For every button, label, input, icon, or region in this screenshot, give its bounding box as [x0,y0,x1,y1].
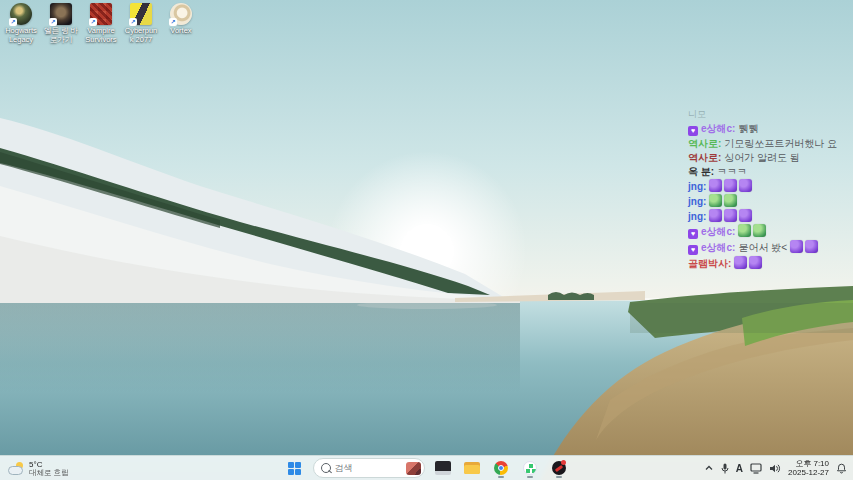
chat-message: jng: [688,209,850,223]
dark-app-icon [435,461,451,475]
chat-text: 기모링쏘프트커버했나 요 [724,138,837,149]
running-indicator [498,476,504,479]
taskbar-center: 검색 [284,456,570,480]
desktop-icon-label: Cyberpunk 2077 [123,27,159,44]
twitch-emote-icon [734,256,747,269]
microphone-icon[interactable] [721,463,729,474]
twitch-emote-icon [724,179,737,192]
chat-message: 역사로:기모링쏘프트커버했나 요 [688,137,850,150]
taskbar-app-dark[interactable] [432,458,454,478]
desktop-root: ↗ Hogwarts Legacy ↗ 엘든 링 바로가기 ↗ Vampire … [0,0,853,480]
cyberpunk-2077-icon: ↗ [130,3,152,25]
taskbar-app-file-explorer[interactable] [461,458,483,478]
desktop-icon-elden-ring[interactable]: ↗ 엘든 링 바로가기 [43,3,79,44]
twitch-emote-icon [739,209,752,222]
chat-message: 옥 분:ㅋㅋㅋ [688,165,850,178]
chat-faded-line: 니모 [688,108,850,121]
chat-username: e상해c: [701,242,735,253]
chat-message: jng: [688,194,850,208]
taskbar-search-box[interactable]: 검색 [313,458,425,478]
desktop-icon-label: Vampire Survivors [83,27,119,44]
desktop-icon-grid: ↗ Hogwarts Legacy ↗ 엘든 링 바로가기 ↗ Vampire … [3,3,199,44]
tray-date: 2025-12-27 [788,468,829,477]
twitch-emote-icon [709,179,722,192]
chat-username: e상해c: [701,226,735,237]
file-explorer-icon [464,462,480,474]
system-tray: A 오후 7:10 2025-12-27 [704,456,853,480]
chat-text: ㅋㅋㅋ [717,166,747,177]
shortcut-arrow-icon: ↗ [129,18,137,26]
chat-overlay: 니모 ♥e상해c:쀍쀍 역사로:기모링쏘프트커버했나 요 역사로:싱어가 알려도… [688,108,850,271]
network-icon[interactable] [750,463,762,474]
hidden-icons-chevron[interactable] [704,464,714,472]
elden-ring-icon: ↗ [50,3,72,25]
chat-message: ♥e상해c:묻어서 봤< [688,240,850,255]
hogwarts-legacy-icon: ↗ [10,3,32,25]
vampire-survivors-icon: ↗ [90,3,112,25]
shortcut-arrow-icon: ↗ [89,18,97,26]
desktop-icon-vortex[interactable]: ↗ Vortex [163,3,199,44]
chat-message: ♥e상해c: [688,224,850,239]
taskbar-app-green[interactable] [519,458,541,478]
weather-widget-button[interactable]: 5°C 대체로 흐림 [0,456,77,480]
chat-text: 묻어서 봤< [738,242,787,253]
tray-time: 오후 7:10 [795,459,829,468]
twitch-emote-icon [739,179,752,192]
twitch-emote-icon [709,209,722,222]
chat-message: 역사로:싱어가 알려도 됨 [688,151,850,164]
twitch-emote-icon [790,240,803,253]
chat-message: ♥e상해c:쀍쀍 [688,122,850,136]
twitch-emote-icon [749,256,762,269]
chat-username: jng: [688,211,706,222]
twitch-emote-icon [724,194,737,207]
subscriber-badge-icon: ♥ [688,245,698,255]
chat-message: 골램박사: [688,256,850,270]
chat-username: 역사로: [688,138,721,149]
desktop-icon-label: 엘든 링 바로가기 [43,27,79,44]
search-highlight-thumbnail-icon [406,462,421,475]
chat-username: jng: [688,196,706,207]
chat-message: jng: [688,179,850,193]
chat-username: 골램박사: [688,258,731,269]
shortcut-arrow-icon: ↗ [169,18,177,26]
twitch-emote-icon [724,209,737,222]
green-dot-app-icon [523,461,537,475]
volume-icon[interactable] [769,463,781,474]
windows-logo-icon [288,462,301,475]
search-icon [321,463,331,473]
notification-bell-icon[interactable] [836,463,847,474]
twitch-emote-icon [753,224,766,237]
running-indicator [556,476,562,479]
desktop-icon-label: Hogwarts Legacy [3,27,39,44]
ime-language-indicator[interactable]: A [736,463,743,474]
desktop-icon-hogwarts-legacy[interactable]: ↗ Hogwarts Legacy [3,3,39,44]
subscriber-badge-icon: ♥ [688,229,698,239]
desktop-icon-label: Vortex [170,27,191,36]
twitch-emote-icon [738,224,751,237]
running-indicator [527,476,533,479]
chat-username: jng: [688,181,706,192]
twitch-emote-icon [709,194,722,207]
red-black-app-icon [552,461,566,475]
chrome-icon [494,461,508,475]
subscriber-badge-icon: ♥ [688,126,698,136]
taskbar: 5°C 대체로 흐림 검색 [0,455,853,480]
partly-cloudy-icon [8,462,24,475]
taskbar-app-redblack[interactable] [548,458,570,478]
search-placeholder: 검색 [335,462,402,475]
chat-text: 쀍쀍 [738,123,758,134]
chat-username: 옥 분: [688,166,714,177]
chat-username: e상해c: [701,123,735,134]
desktop-icon-cyberpunk-2077[interactable]: ↗ Cyberpunk 2077 [123,3,159,44]
vortex-icon: ↗ [170,3,192,25]
taskbar-app-chrome[interactable] [490,458,512,478]
shortcut-arrow-icon: ↗ [9,18,17,26]
twitch-emote-icon [805,240,818,253]
desktop-icon-vampire-survivors[interactable]: ↗ Vampire Survivors [83,3,119,44]
shortcut-arrow-icon: ↗ [49,18,57,26]
weather-condition: 대체로 흐림 [29,469,69,477]
clock[interactable]: 오후 7:10 2025-12-27 [788,459,829,477]
start-button[interactable] [284,458,306,478]
chat-username: 역사로: [688,152,721,163]
chat-text: 싱어가 알려도 됨 [724,152,800,163]
